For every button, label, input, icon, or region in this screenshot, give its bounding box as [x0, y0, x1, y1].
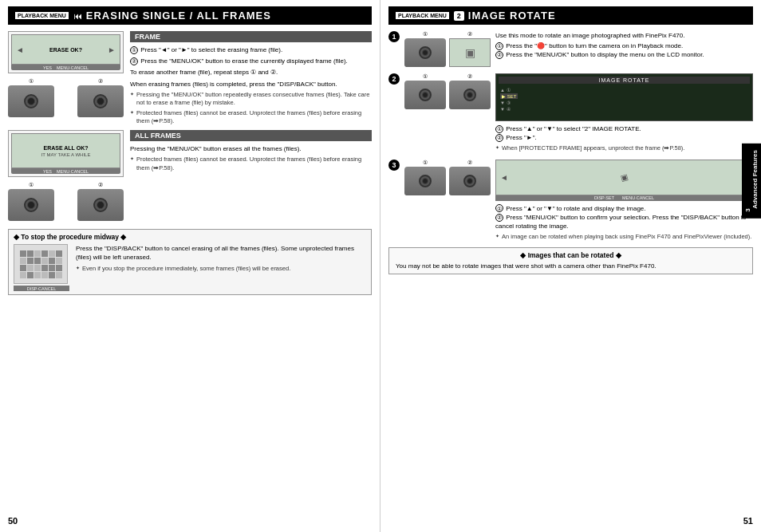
erase-ok-text: ERASE OK?	[49, 47, 82, 53]
erase-all-subtext: IT MAY TAKE A WHILE	[41, 152, 91, 157]
left-page-number: 50	[8, 516, 18, 526]
step1-lcd: ▣	[449, 38, 491, 67]
btn-strip-2: YES MENU·CANCEL	[11, 168, 120, 174]
right-page: PLAYBACK MENU 2 IMAGE ROTATE 1 ① ② ▣	[380, 0, 761, 532]
erase-icon: ⏮	[73, 11, 82, 21]
step1-number: 1	[388, 31, 400, 42]
step-icon-2: 2	[454, 11, 464, 21]
images-rotated-text: You may not be able to rotate images tha…	[396, 262, 746, 270]
midway-note: Even if you stop the procedure immediate…	[76, 265, 366, 273]
all-frames-note: Protected frames (files) cannot be erase…	[130, 156, 372, 171]
step3-number: 3	[388, 160, 400, 171]
images-rotated-title: ◆ Images that can be rotated ◆	[396, 251, 746, 259]
frame-section: FRAME ① Press "◄" or "►" to select the e…	[130, 31, 372, 125]
all-frames-title: ALL FRAMES	[130, 130, 372, 141]
step3-content: ▣ ◄ ► DISP·SET MENU·CANCEL ① Press "▲" o…	[495, 160, 753, 242]
playback-badge-right: PLAYBACK MENU	[395, 11, 450, 20]
erase-all-screen: ERASE ALL OK? IT MAY TAKE A WHILE	[11, 133, 120, 168]
step3-cam-2	[449, 167, 491, 195]
right-header: PLAYBACK MENU 2 IMAGE ROTATE	[388, 6, 753, 25]
right-page-number: 51	[743, 516, 753, 526]
rotate-btn-strip: DISP·SET MENU·CANCEL	[495, 195, 753, 201]
camera-2a	[8, 189, 54, 221]
images-rotated-box: ◆ Images that can be rotated ◆ You may n…	[388, 247, 753, 274]
erase-all-diagram: ERASE ALL OK? IT MAY TAKE A WHILE YES ME…	[8, 130, 124, 177]
camera-pair-2: ① ②	[8, 182, 124, 221]
step3-note: An image can be rotated when playing bac…	[495, 233, 753, 241]
rotate-screen-area: ▣ ◄ ► DISP·SET MENU·CANCEL	[495, 160, 753, 201]
rotate-image-screen: ▣ ◄ ►	[495, 160, 753, 195]
left-page: PLAYBACK MENU ⏮ ERASING SINGLE / ALL FRA…	[0, 0, 380, 532]
chapter-label: Advanced Features	[751, 150, 759, 209]
step2-text: ① Press "▲" or "▼" to select "2" IMAGE R…	[495, 124, 753, 153]
midway-diagram: DISP·CANCEL	[14, 244, 69, 291]
step2-note: When [PROTECTED FRAME] appears, unprotec…	[495, 144, 753, 152]
step1-cam-1	[404, 38, 446, 67]
playback-badge-left: PLAYBACK MENU	[14, 11, 69, 20]
step-3-row: 3 ① ② ▣ ◄ ►	[388, 160, 753, 242]
midway-screen	[14, 244, 68, 284]
frame-note-1: Pressing the "MENU/OK" button repeatedly…	[130, 91, 372, 107]
step2-cam-1	[404, 81, 446, 109]
step1-text: Use this mode to rotate an image photogr…	[495, 31, 753, 67]
all-frames-section: ALL FRAMES Pressing the "MENU/OK" button…	[130, 130, 372, 224]
frame-title: FRAME	[130, 31, 372, 42]
camera-1a	[8, 85, 54, 117]
step2-diagrams: ① ②	[404, 73, 491, 153]
camera-pair-1: ① ②	[8, 78, 124, 117]
camera-1b	[77, 85, 124, 117]
chapter-number: 3	[744, 150, 751, 212]
step-2-row: 2 ① ② IMAGE ROTATE	[388, 73, 753, 153]
step2-cam-2	[449, 81, 491, 109]
left-page-title: ERASING SINGLE / ALL FRAMES	[86, 10, 271, 22]
midway-section: ◆ To stop the procedure midway ◆	[8, 229, 372, 295]
chapter-tab: 3 Advanced Features	[742, 144, 761, 219]
btn-strip-1: YES MENU·CANCEL	[11, 65, 120, 70]
step1-diagrams: ① ② ▣	[404, 31, 491, 67]
left-header: PLAYBACK MENU ⏮ ERASING SINGLE / ALL FRA…	[8, 6, 372, 25]
step3-cam-1	[404, 167, 446, 195]
midway-title: ◆ To stop the procedure midway ◆	[14, 233, 126, 241]
frame-body: ① Press "◄" or "►" to select the erasing…	[130, 45, 372, 125]
cancel-btn-strip: DISP·CANCEL	[14, 286, 69, 291]
camera-2b	[77, 189, 124, 221]
right-page-title: IMAGE ROTATE	[468, 10, 556, 22]
erase-ok-diagram: ERASE OK? ◄ ► YES MENU·CANCEL	[8, 31, 124, 73]
step2-number: 2	[388, 73, 400, 85]
all-frames-body: Pressing the "MENU/OK" button erases all…	[130, 144, 372, 171]
frame-note-2: Protected frames (files) cannot be erase…	[130, 109, 372, 125]
step2-content: IMAGE ROTATE ▲ ① ▶ SET ▼ ③ ▼ ④ ① Press "…	[495, 73, 753, 153]
step3-text: ① Press "▲" or "▼" to rotate and display…	[495, 204, 753, 242]
step3-diagrams: ① ②	[404, 160, 491, 242]
erase-ok-screen: ERASE OK? ◄ ►	[11, 34, 120, 65]
step-1-row: 1 ① ② ▣ Use this mode to rotate an image…	[388, 31, 753, 67]
midway-text: Press the "DISP/BACK" button to cancel e…	[76, 244, 366, 262]
menu-screen-mockup: IMAGE ROTATE ▲ ① ▶ SET ▼ ③ ▼ ④	[495, 73, 753, 121]
erase-all-text: ERASE ALL OK?	[43, 145, 88, 151]
